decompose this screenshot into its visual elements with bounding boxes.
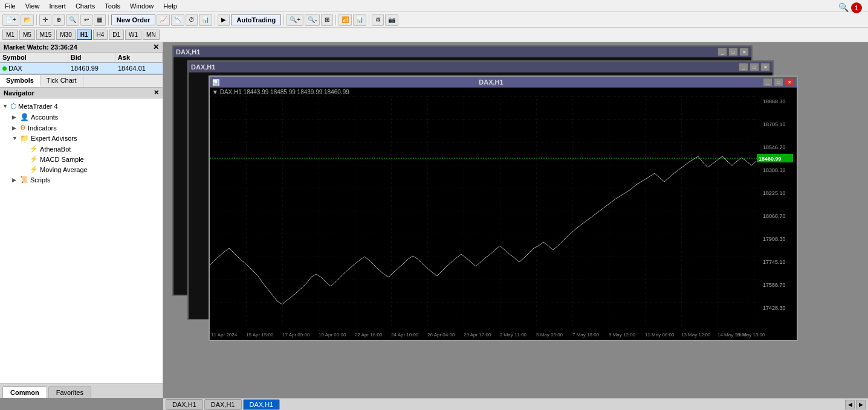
- tree-moving-average[interactable]: ⚡ Moving Average: [19, 164, 163, 175]
- svg-text:29 Apr 17:00: 29 Apr 17:00: [464, 332, 491, 338]
- tree-expert-advisors[interactable]: ▼ 📁 Expert Advisors: [10, 133, 163, 144]
- chart-tab-2[interactable]: DAX,H1: [243, 399, 280, 410]
- zoom-out-btn[interactable]: 🔍-: [305, 14, 320, 26]
- svg-text:11 Apr 2024: 11 Apr 2024: [211, 332, 238, 338]
- mt4-icon: ⬡: [10, 102, 16, 111]
- candle-chart-btn[interactable]: 📊: [353, 14, 366, 26]
- scroll-right-btn[interactable]: ▶: [856, 400, 866, 409]
- zoom-back-btn[interactable]: ↩: [80, 14, 92, 26]
- maximize-btn-2[interactable]: □: [750, 63, 759, 71]
- separator5: [335, 14, 336, 25]
- tree-accounts[interactable]: ▶ 👤 Accounts: [10, 112, 163, 123]
- tab-symbols[interactable]: Symbols: [0, 75, 40, 87]
- minimize-btn-1[interactable]: _: [717, 48, 727, 56]
- open-btn[interactable]: 📂: [21, 14, 34, 26]
- buy-btn[interactable]: 📈: [157, 14, 170, 26]
- menu-file[interactable]: File: [0, 1, 21, 11]
- svg-text:26 Apr 04:00: 26 Apr 04:00: [427, 332, 455, 338]
- menu-help[interactable]: Help: [158, 1, 182, 11]
- history-btn[interactable]: ⏱: [186, 14, 198, 26]
- market-watch-row-dax[interactable]: DAX 18460.99 18464.01: [0, 63, 163, 74]
- tree-indicators[interactable]: ▶ ⚙ Indicators: [10, 123, 163, 133]
- tf-mn[interactable]: MN: [143, 30, 160, 40]
- expand-icon: ▶: [12, 125, 18, 131]
- symbol-name: DAX: [8, 65, 22, 72]
- tab-favorites[interactable]: Favorites: [48, 386, 91, 398]
- menu-charts[interactable]: Charts: [71, 1, 100, 11]
- crosshair-btn[interactable]: ⊕: [53, 14, 65, 26]
- tree-root[interactable]: ▼ ⬡ MetaTrader 4: [0, 101, 163, 112]
- close-btn-3[interactable]: ✕: [785, 78, 794, 86]
- ea-icon2: ⚡: [30, 155, 38, 163]
- notification-badge[interactable]: 1: [851, 2, 862, 13]
- minimize-btn-2[interactable]: _: [739, 63, 748, 71]
- chart-tab-0[interactable]: DAX,H1: [166, 399, 203, 410]
- screenshot-btn[interactable]: 📷: [385, 14, 398, 26]
- expand-icon: ▼: [2, 103, 8, 109]
- maximize-btn-3[interactable]: □: [774, 78, 783, 86]
- tf-h1[interactable]: H1: [77, 30, 92, 40]
- chart-body-3[interactable]: ▼ DAX,H1 18443.99 18485.99 18439.99 1846…: [210, 88, 797, 340]
- chart-tab-1[interactable]: DAX,H1: [204, 399, 242, 410]
- tf-d1[interactable]: D1: [109, 30, 124, 40]
- scroll-left-btn[interactable]: ◀: [845, 400, 855, 409]
- menu-tools[interactable]: Tools: [100, 1, 125, 11]
- tab-common[interactable]: Common: [2, 386, 47, 398]
- zoom-in-btn[interactable]: 🔍+: [287, 14, 303, 26]
- zoom-btn[interactable]: 🔍: [66, 14, 79, 26]
- close-btn-2[interactable]: ✕: [760, 63, 770, 71]
- autotrading-icon: ▶: [218, 14, 230, 26]
- navigator-title: Navigator: [4, 89, 34, 97]
- tf-h4[interactable]: H4: [93, 30, 108, 40]
- svg-text:13 May 12:00: 13 May 12:00: [681, 332, 711, 338]
- new-order-button[interactable]: New Order: [111, 14, 156, 25]
- indicator-btn[interactable]: ⚙: [372, 14, 384, 26]
- grid-btn[interactable]: ⊞: [321, 14, 333, 26]
- separator6: [369, 14, 369, 25]
- tree-macd[interactable]: ⚡ MACD Sample: [19, 154, 163, 164]
- sell-btn[interactable]: 📉: [171, 14, 184, 26]
- ea-folder-icon: 📁: [20, 134, 29, 143]
- maximize-btn-1[interactable]: □: [728, 48, 738, 56]
- chart-win-buttons-2: _ □ ✕: [739, 63, 770, 71]
- minimize-btn-3[interactable]: _: [763, 78, 772, 86]
- separator4: [283, 14, 284, 25]
- svg-text:18546.70: 18546.70: [763, 144, 786, 150]
- tree-scripts[interactable]: ▶ 📜 Scripts: [10, 175, 163, 185]
- svg-text:17745.10: 17745.10: [763, 259, 786, 265]
- chart-win-buttons-3: _ □ ✕: [763, 78, 794, 86]
- tab-tick-chart[interactable]: Tick Chart: [40, 75, 83, 87]
- main-layout: Market Watch: 23:36:24 ✕ Symbol Bid Ask …: [0, 42, 868, 398]
- tree-ea-label: Expert Advisors: [31, 135, 77, 142]
- ea-icon: ⚡: [30, 145, 38, 153]
- cursor-btn[interactable]: ✛: [39, 14, 51, 26]
- menu-insert[interactable]: Insert: [44, 1, 71, 11]
- bar-chart-btn[interactable]: 📶: [338, 14, 352, 26]
- close-btn-1[interactable]: ✕: [739, 48, 749, 56]
- tf-w1[interactable]: W1: [125, 30, 141, 40]
- new-chart-btn[interactable]: 📄+: [2, 14, 19, 26]
- svg-text:18460.99: 18460.99: [759, 156, 782, 162]
- tree-athenabot[interactable]: ⚡ AthenaBot: [19, 144, 163, 154]
- price-chart-svg: 18868.30 18705.10 18546.70 18460.99 1838…: [210, 96, 797, 340]
- market-watch-close[interactable]: ✕: [153, 43, 159, 51]
- indicator-folder-icon: ⚙: [20, 124, 26, 132]
- search-icon[interactable]: 🔍: [838, 2, 849, 12]
- pos-btn[interactable]: 📊: [199, 14, 212, 26]
- menu-view[interactable]: View: [21, 1, 45, 11]
- chart-title-2: DAX,H1: [191, 63, 215, 71]
- tree-ma-label: Moving Average: [40, 166, 88, 173]
- tree-accounts-label: Accounts: [31, 114, 58, 121]
- tf-m1[interactable]: M1: [2, 30, 18, 40]
- menu-window[interactable]: Window: [125, 1, 158, 11]
- chart-icon: 📊: [212, 79, 219, 86]
- toolbar-main: 📄+ 📂 ✛ ⊕ 🔍 ↩ ▦ New Order 📈 📉 ⏱ 📊 ▶ AutoT…: [0, 12, 868, 28]
- tf-m30[interactable]: M30: [56, 30, 75, 40]
- navigator-close[interactable]: ✕: [154, 89, 159, 97]
- tf-m15[interactable]: M15: [36, 30, 55, 40]
- svg-text:18066.70: 18066.70: [763, 213, 786, 219]
- tf-m5[interactable]: M5: [19, 30, 35, 40]
- chart-tabs-list: DAX,H1 DAX,H1 DAX,H1: [166, 399, 844, 410]
- period-sep-btn[interactable]: ▦: [94, 14, 106, 26]
- autotrading-button[interactable]: AutoTrading: [231, 14, 281, 25]
